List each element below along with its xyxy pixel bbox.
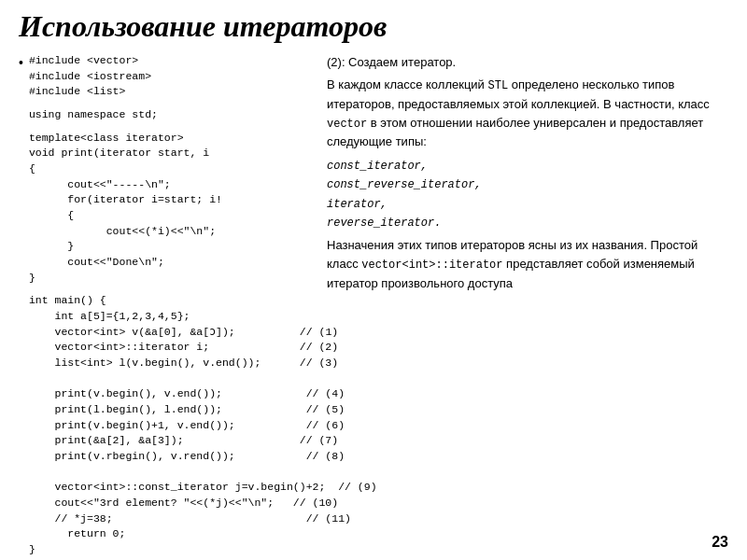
- stl-text: STL: [488, 79, 509, 92]
- right-panel: (2): Создаем итератор. В каждом классе к…: [317, 53, 728, 560]
- bullet-icon: •: [19, 55, 23, 70]
- left-panel: • #include <vector> #include <iostream> …: [19, 53, 308, 560]
- vector-int-iterator: vector<int>::iterator: [361, 259, 502, 272]
- page-title: Использование итераторов: [19, 9, 728, 44]
- page: Использование итераторов • #include <vec…: [0, 0, 747, 560]
- paragraph-2: В каждом классе коллекций STL определено…: [327, 76, 728, 151]
- iterator: iterator,: [327, 198, 388, 211]
- vector-text: vector: [327, 118, 367, 131]
- page-number: 23: [712, 534, 728, 551]
- iterators-list: const_iterator, const_reverse_iterator, …: [327, 156, 728, 232]
- const-reverse-iterator: const_reverse_iterator,: [327, 178, 482, 191]
- const-iterator: const_iterator,: [327, 160, 428, 173]
- paragraph-3: Назначения этих типов итераторов ясны из…: [327, 236, 728, 293]
- reverse-iterator: reverse_iterator.: [327, 217, 441, 230]
- content-area: • #include <vector> #include <iostream> …: [19, 53, 728, 560]
- paragraph-1: (2): Создаем итератор.: [327, 53, 728, 72]
- bullet-item: • #include <vector> #include <iostream> …: [19, 53, 308, 558]
